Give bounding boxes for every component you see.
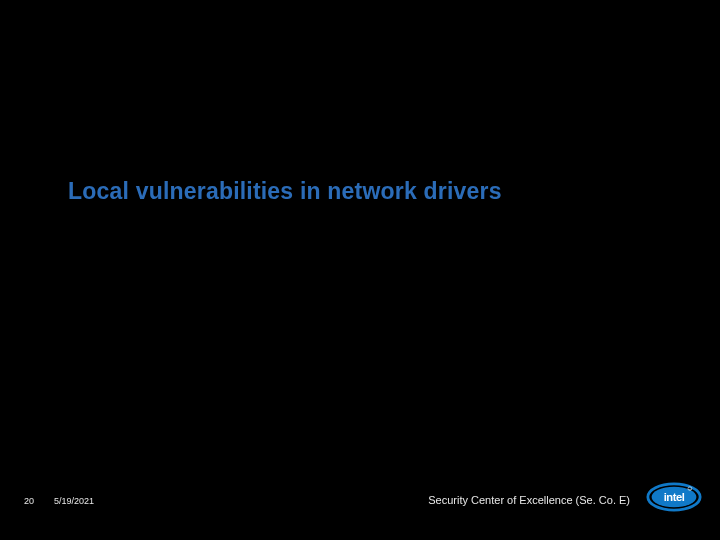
slide: Local vulnerabilities in network drivers… xyxy=(0,0,720,540)
svg-text:intel: intel xyxy=(664,491,685,503)
slide-footer: 20 5/19/2021 Security Center of Excellen… xyxy=(0,478,720,518)
organization-label: Security Center of Excellence (Se. Co. E… xyxy=(428,494,630,506)
slide-date: 5/19/2021 xyxy=(54,496,94,506)
page-number: 20 xyxy=(24,496,34,506)
intel-logo-icon: intel R xyxy=(646,480,702,514)
slide-title: Local vulnerabilities in network drivers xyxy=(68,178,680,205)
